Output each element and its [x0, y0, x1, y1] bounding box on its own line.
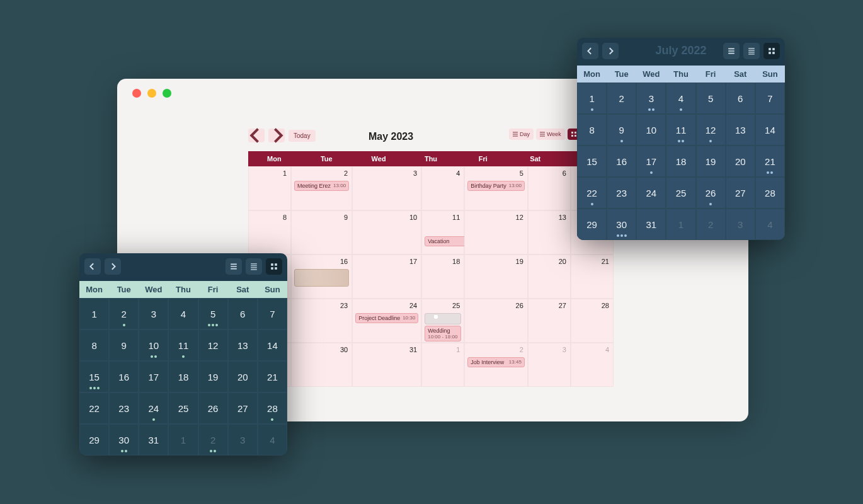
main-day-cell[interactable]: 4 — [571, 343, 614, 387]
main-day-cell[interactable]: 30 — [291, 343, 352, 387]
event-chip[interactable]: Meeting Erez13:00 — [294, 181, 349, 191]
main-day-cell[interactable]: 16 — [291, 255, 352, 299]
june-day-cell[interactable]: 22 — [79, 392, 109, 424]
june-day-cell[interactable]: 5 — [198, 298, 228, 329]
june-day-cell[interactable]: 3 — [228, 424, 258, 455]
july-day-cell[interactable]: 9 — [607, 114, 636, 146]
july-day-cell[interactable]: 31 — [636, 209, 666, 240]
july-day-cell[interactable]: 23 — [607, 177, 636, 209]
main-day-cell[interactable]: 26 — [464, 299, 528, 343]
prev-month-button[interactable] — [248, 129, 265, 142]
main-day-cell[interactable]: 8 — [248, 210, 291, 255]
june-day-cell[interactable]: 14 — [258, 329, 287, 361]
main-day-cell[interactable]: 10 — [352, 210, 421, 255]
main-day-cell[interactable]: 13 — [528, 210, 571, 255]
view-day-button[interactable]: Day — [509, 129, 534, 140]
main-day-cell[interactable]: 6 — [528, 166, 571, 210]
july-day-cell[interactable]: 11 — [666, 114, 695, 146]
july-day-cell[interactable]: 10 — [636, 114, 666, 146]
july-day-cell[interactable]: 17 — [636, 146, 666, 177]
june-day-cell[interactable]: 7 — [258, 298, 287, 329]
main-day-cell[interactable]: 25Wedding10:00 - 18:00 — [421, 299, 464, 343]
main-day-cell[interactable]: 18 — [421, 255, 464, 299]
july-day-cell[interactable]: 13 — [726, 114, 755, 146]
june-day-cell[interactable]: 24 — [139, 392, 168, 424]
july-day-cell[interactable]: 2 — [607, 83, 636, 114]
view-week-button[interactable]: Week — [536, 129, 565, 140]
main-day-cell[interactable]: 27 — [528, 299, 571, 343]
july-day-cell[interactable]: 2 — [696, 209, 726, 240]
july-day-cell[interactable]: 15 — [577, 146, 607, 177]
june-prev-button[interactable] — [84, 258, 101, 275]
event-chip[interactable]: Job Interview13:45 — [467, 357, 525, 367]
june-day-cell[interactable]: 11 — [168, 329, 198, 361]
june-day-cell[interactable]: 23 — [109, 392, 139, 424]
july-day-cell[interactable]: 21 — [755, 146, 785, 177]
main-day-cell[interactable]: 28 — [571, 299, 614, 343]
july-day-cell[interactable]: 4 — [666, 83, 695, 114]
event-chip[interactable]: Project Deadline10:30 — [355, 313, 418, 323]
june-day-cell[interactable]: 13 — [228, 329, 258, 361]
june-day-cell[interactable]: 16 — [109, 361, 139, 392]
june-view-grid-button[interactable] — [266, 258, 282, 275]
close-window-icon[interactable] — [132, 89, 141, 98]
july-day-cell[interactable]: 26 — [696, 177, 726, 209]
july-day-cell[interactable]: 30 — [607, 209, 636, 240]
minimize-window-icon[interactable] — [147, 89, 156, 98]
june-day-cell[interactable]: 21 — [258, 361, 287, 392]
july-day-cell[interactable]: 16 — [607, 146, 636, 177]
main-day-cell[interactable]: 9 — [291, 210, 352, 255]
july-day-cell[interactable]: 7 — [755, 83, 785, 114]
july-day-cell[interactable]: 28 — [755, 177, 785, 209]
maximize-window-icon[interactable] — [163, 89, 171, 98]
june-day-cell[interactable]: 29 — [79, 424, 109, 455]
event-photo-chip[interactable] — [294, 269, 349, 287]
june-next-button[interactable] — [105, 258, 121, 275]
main-day-cell[interactable]: 11Vacation — [421, 210, 464, 255]
july-day-cell[interactable]: 3 — [636, 83, 666, 114]
june-day-cell[interactable]: 12 — [198, 329, 228, 361]
june-day-cell[interactable]: 27 — [228, 392, 258, 424]
july-view-grid-button[interactable] — [763, 43, 780, 59]
july-day-cell[interactable]: 20 — [726, 146, 755, 177]
june-view-list-button[interactable] — [226, 258, 242, 275]
july-day-cell[interactable]: 12 — [696, 114, 726, 146]
july-day-cell[interactable]: 8 — [577, 114, 607, 146]
july-day-cell[interactable]: 4 — [755, 209, 785, 240]
june-day-cell[interactable]: 4 — [168, 298, 198, 329]
main-day-cell[interactable]: 2Meeting Erez13:00 — [291, 166, 352, 210]
july-day-cell[interactable]: 5 — [696, 83, 726, 114]
july-day-cell[interactable]: 18 — [666, 146, 695, 177]
june-day-cell[interactable]: 15 — [79, 361, 109, 392]
main-day-cell[interactable]: 4 — [421, 166, 464, 210]
main-day-cell[interactable]: 24Project Deadline10:30 — [352, 299, 421, 343]
main-day-cell[interactable]: 23 — [291, 299, 352, 343]
main-day-cell[interactable]: 1 — [421, 343, 464, 387]
july-day-cell[interactable]: 3 — [726, 209, 755, 240]
main-day-cell[interactable]: 31 — [352, 343, 421, 387]
june-day-cell[interactable]: 19 — [198, 361, 228, 392]
june-day-cell[interactable]: 8 — [79, 329, 109, 361]
june-day-cell[interactable]: 2 — [109, 298, 139, 329]
july-day-cell[interactable]: 29 — [577, 209, 607, 240]
june-day-cell[interactable]: 30 — [109, 424, 139, 455]
main-day-cell[interactable]: 2Job Interview13:45 — [464, 343, 528, 387]
june-day-cell[interactable]: 2 — [198, 424, 228, 455]
june-day-cell[interactable]: 1 — [168, 424, 198, 455]
june-day-cell[interactable]: 18 — [168, 361, 198, 392]
june-day-cell[interactable]: 1 — [79, 298, 109, 329]
main-day-cell[interactable]: 3 — [352, 166, 421, 210]
event-photo-chip[interactable] — [425, 313, 461, 324]
june-day-cell[interactable]: 28 — [258, 392, 287, 424]
main-day-cell[interactable]: 1 — [248, 166, 291, 210]
main-day-cell[interactable]: 21 — [571, 255, 614, 299]
july-view-agenda-button[interactable] — [743, 43, 760, 59]
july-day-cell[interactable]: 1 — [577, 83, 607, 114]
event-chip[interactable]: Wedding10:00 - 18:00 — [425, 326, 461, 341]
main-day-cell[interactable]: 3 — [528, 343, 571, 387]
june-view-agenda-button[interactable] — [246, 258, 262, 275]
today-button[interactable]: Today — [289, 130, 316, 142]
event-chip[interactable]: Birthday Party13:00 — [467, 181, 525, 191]
july-day-cell[interactable]: 19 — [696, 146, 726, 177]
july-day-cell[interactable]: 22 — [577, 177, 607, 209]
